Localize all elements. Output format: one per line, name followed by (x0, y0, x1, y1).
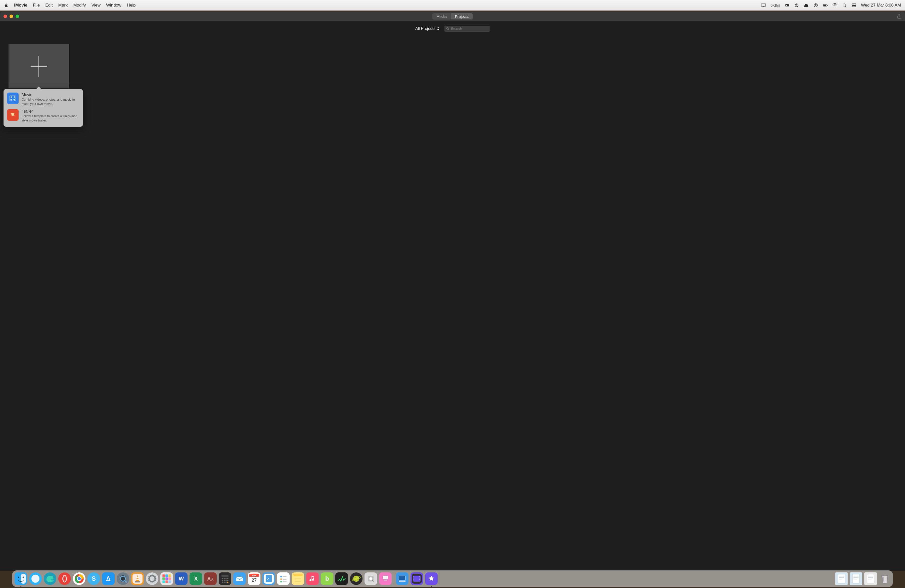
svg-rect-34 (103, 574, 113, 584)
control-center-icon[interactable] (851, 3, 856, 8)
dock-fcpx[interactable] (411, 572, 423, 585)
svg-rect-120 (384, 580, 387, 580)
projects-dropdown[interactable]: All Projects (415, 26, 440, 31)
dock-imovie[interactable] (425, 572, 438, 585)
svg-rect-1 (785, 4, 789, 6)
apple-menu-icon[interactable] (4, 3, 8, 8)
dock-finder[interactable] (14, 572, 27, 585)
dock-chrome[interactable] (73, 572, 86, 585)
dock-trash[interactable] (880, 572, 891, 585)
dock-beeper[interactable]: b (321, 572, 333, 585)
svg-rect-146 (868, 579, 872, 580)
svg-point-23 (32, 575, 40, 583)
svg-point-86 (227, 582, 229, 583)
battery-icon[interactable] (823, 3, 828, 8)
menu-help[interactable]: Help (127, 3, 135, 8)
dock-dictionary[interactable]: Aa (204, 572, 217, 585)
dock-notes[interactable] (292, 572, 304, 585)
dock-doc-doc3[interactable] (864, 572, 877, 585)
dock-separator (440, 573, 440, 585)
svg-rect-88 (236, 577, 243, 581)
user-account-icon[interactable] (813, 3, 818, 8)
svg-rect-60 (162, 577, 165, 580)
menu-edit[interactable]: Edit (45, 3, 52, 8)
dock-screenflow[interactable] (396, 572, 408, 585)
menu-app[interactable]: iMovie (14, 3, 27, 8)
menu-extra-icon-2[interactable] (794, 3, 799, 8)
search-input[interactable] (445, 25, 490, 32)
dock-doc-doc2[interactable] (850, 572, 862, 585)
dock-edge[interactable] (44, 572, 56, 585)
spotlight-icon[interactable] (842, 3, 847, 8)
movie-icon (7, 92, 19, 104)
popover-trailer-title: Trailer (22, 109, 79, 114)
search-field-wrap (445, 25, 490, 32)
display-status-icon[interactable] (761, 3, 766, 8)
dock-appstore[interactable] (102, 572, 114, 585)
svg-point-76 (225, 578, 227, 580)
popover-item-trailer[interactable]: Trailer Follow a template to create a Ho… (6, 108, 81, 124)
window-close-button[interactable] (3, 14, 7, 18)
menu-window[interactable]: Window (106, 3, 121, 8)
dock-music[interactable] (306, 572, 319, 585)
menu-mark[interactable]: Mark (58, 3, 68, 8)
svg-rect-144 (868, 576, 873, 577)
tab-media[interactable]: Media (432, 13, 451, 19)
svg-point-78 (222, 580, 223, 581)
dock-skype[interactable]: S (87, 572, 100, 585)
wifi-icon[interactable] (832, 3, 837, 8)
dock-separator (394, 573, 394, 585)
svg-point-5 (815, 4, 816, 5)
dock-diskutil[interactable] (365, 572, 377, 585)
menu-extra-icon-1[interactable] (784, 3, 790, 8)
search-icon (446, 27, 449, 30)
svg-point-84 (225, 582, 227, 583)
dock-quicktime[interactable] (117, 572, 129, 585)
tab-switcher: Media Projects (432, 13, 473, 19)
svg-rect-2 (786, 5, 787, 6)
dock-activity[interactable] (335, 572, 348, 585)
tab-projects[interactable]: Projects (451, 13, 473, 19)
svg-rect-142 (853, 579, 857, 580)
svg-rect-98 (283, 576, 287, 577)
popover-movie-text: Movie Combine videos, photos, and music … (22, 92, 79, 106)
svg-point-13 (853, 4, 853, 5)
dock-launchpad[interactable] (160, 572, 173, 585)
dock-cleanmymac[interactable] (379, 572, 392, 585)
create-project-tile[interactable] (8, 44, 69, 88)
menu-drive-icon[interactable] (804, 3, 809, 8)
share-icon[interactable] (897, 14, 902, 19)
svg-rect-11 (852, 4, 856, 5)
dock-doc-doc1[interactable] (835, 572, 848, 585)
svg-rect-62 (168, 577, 171, 580)
window-minimize-button[interactable] (10, 14, 13, 18)
svg-rect-137 (839, 577, 844, 578)
dock-safari[interactable] (29, 572, 42, 585)
dock-opera[interactable] (58, 572, 71, 585)
dock-vlc[interactable] (131, 572, 144, 585)
menu-modify[interactable]: Modify (73, 3, 86, 8)
dock-reminders[interactable] (277, 572, 290, 585)
window-fullscreen-button[interactable] (16, 14, 19, 18)
svg-point-82 (222, 582, 223, 583)
dock-planet[interactable] (350, 572, 362, 585)
svg-rect-102 (283, 581, 287, 582)
projects-dropdown-label: All Projects (415, 26, 435, 31)
popover-item-movie[interactable]: Movie Combine videos, photos, and music … (6, 91, 81, 108)
svg-rect-41 (135, 581, 140, 582)
dock-word[interactable]: W (175, 572, 187, 585)
svg-rect-17 (10, 96, 16, 101)
dock-mail[interactable] (233, 572, 246, 585)
menubar-right: 0KB/s Wed 27 Mar 8:08 AM (761, 3, 901, 8)
dock-pages[interactable] (262, 572, 275, 585)
dock-excel[interactable]: X (189, 572, 202, 585)
menubar-datetime[interactable]: Wed 27 Mar 8:08 AM (861, 3, 901, 8)
svg-rect-58 (165, 574, 168, 577)
dock-calendar[interactable]: MAR27 (248, 572, 260, 585)
dock-calculator[interactable] (219, 572, 231, 585)
svg-point-79 (224, 580, 225, 581)
menu-file[interactable]: File (33, 3, 40, 8)
svg-text:W: W (179, 575, 184, 582)
menu-view[interactable]: View (91, 3, 100, 8)
dock-settings[interactable] (146, 572, 158, 585)
